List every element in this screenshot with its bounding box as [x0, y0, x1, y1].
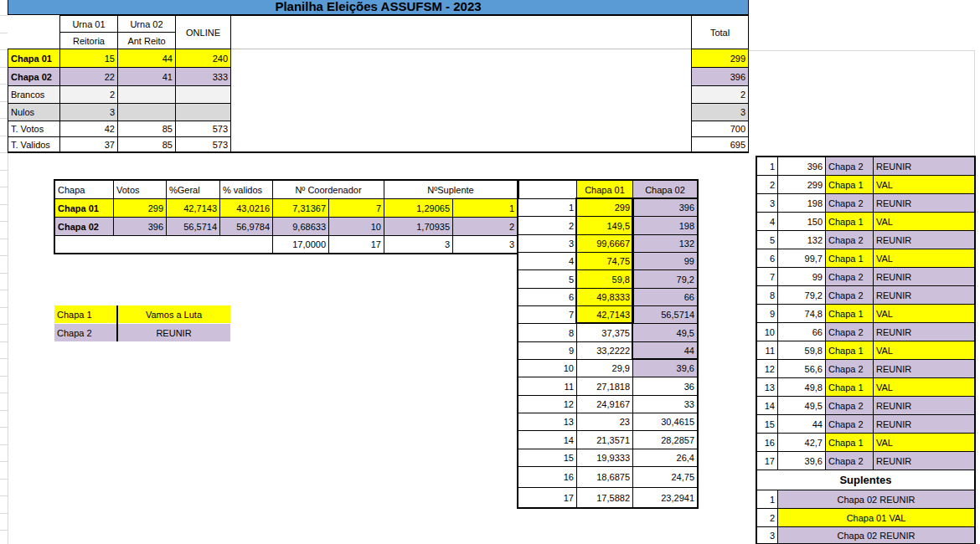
quot-rank[interactable]: 12 — [518, 395, 577, 413]
rank-name[interactable]: VAL — [873, 433, 975, 452]
quot-chapa01-value[interactable]: 19,9333 — [576, 449, 633, 467]
rank-name[interactable]: VAL — [873, 175, 975, 194]
rank-number[interactable]: 15 — [756, 414, 778, 434]
quot-chapa02-value[interactable]: 66 — [632, 288, 698, 306]
rank-value[interactable]: 150 — [777, 212, 826, 231]
rank-chapa[interactable]: Chapa 2 — [825, 322, 874, 341]
rank-chapa[interactable]: Chapa 2 — [825, 285, 874, 305]
quot-chapa02-value[interactable]: 36 — [632, 377, 698, 396]
stats-cell-supl-count[interactable]: 1 — [452, 198, 518, 218]
summary-cell-online[interactable]: 240 — [175, 49, 231, 68]
stats-cell-supl-quotient[interactable]: 1,29065 — [384, 198, 453, 218]
stats-cell-chapa[interactable]: Chapa 02 — [54, 217, 114, 236]
suplente-rank[interactable]: 1 — [756, 490, 778, 509]
quot-rank[interactable]: 16 — [518, 466, 577, 488]
rank-number[interactable]: 4 — [756, 212, 778, 231]
quot-chapa01-value[interactable]: 18,6875 — [576, 466, 633, 488]
rank-name[interactable]: REUNIR — [873, 230, 975, 249]
rank-name[interactable]: VAL — [873, 341, 975, 360]
rank-chapa[interactable]: Chapa 2 — [825, 230, 874, 249]
quot-chapa01-value[interactable]: 59,8 — [576, 269, 633, 289]
stats-header-geral[interactable]: %Geral — [166, 180, 220, 199]
rank-value[interactable]: 44 — [777, 414, 826, 434]
legend-chapa-label[interactable]: Chapa 1 — [54, 305, 117, 323]
rank-value[interactable]: 79,2 — [777, 285, 826, 305]
quot-rank[interactable]: 11 — [518, 377, 577, 396]
quot-rank[interactable]: 17 — [518, 487, 577, 509]
quot-rank[interactable]: 1 — [518, 198, 577, 217]
summary-cell-online[interactable] — [175, 85, 231, 104]
summary-cell-urna1[interactable]: 15 — [59, 49, 118, 68]
rank-number[interactable]: 8 — [756, 285, 778, 305]
stats-cell-coord-quotient[interactable]: 9,68633 — [272, 217, 329, 236]
summary-cell-online[interactable]: 333 — [175, 67, 231, 86]
rank-chapa[interactable]: Chapa 2 — [825, 267, 874, 286]
summary-cell-online[interactable] — [175, 103, 231, 121]
rank-value[interactable]: 99 — [777, 267, 826, 286]
rank-chapa[interactable]: Chapa 1 — [825, 341, 874, 360]
rank-number[interactable]: 10 — [756, 322, 778, 341]
col-header-reitoria[interactable]: Reitoria — [59, 32, 118, 49]
quot-rank[interactable]: 7 — [518, 305, 577, 324]
summary-cell-urna2[interactable]: 85 — [117, 121, 176, 137]
rank-value[interactable]: 49,5 — [777, 396, 826, 415]
summary-row-label[interactable]: T. Votos — [8, 121, 60, 137]
quot-rank[interactable]: 2 — [518, 216, 577, 235]
summary-cell-urna2[interactable] — [117, 103, 176, 121]
rank-value[interactable]: 99,7 — [777, 249, 826, 268]
rank-value[interactable]: 299 — [777, 175, 826, 194]
rank-number[interactable]: 14 — [756, 396, 778, 415]
quot-chapa02-value[interactable]: 26,4 — [632, 449, 698, 467]
legend-chapa-name[interactable]: REUNIR — [117, 324, 230, 341]
summary-row-label[interactable]: T. Validos — [8, 136, 60, 153]
quot-rank[interactable]: 3 — [518, 234, 577, 253]
summary-cell-urna2[interactable]: 44 — [117, 49, 176, 68]
title-banner[interactable]: Planilha Eleições ASSUFSM - 2023 — [8, 0, 749, 15]
quot-chapa01-value[interactable]: 21,3571 — [576, 430, 633, 449]
col-header-urna02[interactable]: Urna 02 — [117, 15, 176, 33]
rank-chapa[interactable]: Chapa 1 — [825, 433, 874, 452]
rank-value[interactable]: 56,6 — [777, 359, 826, 378]
quot-rank[interactable]: 9 — [518, 341, 577, 360]
col-header-antreito[interactable]: Ant Reito — [117, 32, 176, 49]
stats-total-supl-quotient[interactable]: 3 — [384, 235, 453, 254]
rank-chapa[interactable]: Chapa 2 — [825, 157, 874, 176]
summary-cell-urna1[interactable]: 22 — [59, 67, 118, 86]
rank-name[interactable]: VAL — [873, 377, 975, 397]
col-header-total[interactable]: Total — [691, 15, 749, 49]
stats-cell-votos[interactable]: 396 — [113, 217, 167, 236]
rank-chapa[interactable]: Chapa 2 — [825, 396, 874, 415]
stats-header-chapa[interactable]: Chapa — [54, 180, 114, 199]
summary-row-label[interactable]: Chapa 01 — [8, 49, 60, 68]
summary-cell-online[interactable]: 573 — [175, 136, 231, 153]
quot-chapa02-value[interactable]: 99 — [632, 252, 698, 270]
stats-header-suplente[interactable]: NºSuplente — [384, 180, 518, 199]
summary-cell-total[interactable]: 3 — [691, 103, 749, 121]
summary-cell-urna1[interactable]: 37 — [59, 136, 118, 153]
summary-cell-urna2[interactable] — [117, 85, 176, 104]
stats-header-validos[interactable]: % validos — [219, 180, 273, 199]
quot-chapa02-value[interactable]: 28,2857 — [632, 430, 698, 449]
stats-cell-geral[interactable]: 42,7143 — [166, 198, 220, 218]
quot-chapa01-value[interactable]: 29,9 — [576, 359, 633, 377]
rank-number[interactable]: 16 — [756, 433, 778, 452]
rank-number[interactable]: 12 — [756, 359, 778, 378]
quot-chapa01-value[interactable]: 37,375 — [576, 323, 633, 342]
quot-chapa01-value[interactable]: 23 — [576, 413, 633, 431]
quot-chapa01-value[interactable]: 299 — [576, 198, 633, 217]
quot-chapa01-value[interactable]: 74,75 — [576, 252, 633, 270]
stats-cell-coord-count[interactable]: 7 — [328, 198, 384, 218]
rank-chapa[interactable]: Chapa 1 — [825, 175, 874, 194]
rank-name[interactable]: VAL — [873, 212, 975, 231]
quot-chapa02-value[interactable]: 56,5714 — [632, 305, 698, 324]
summary-cell-total[interactable]: 695 — [691, 136, 749, 153]
rank-number[interactable]: 11 — [756, 341, 778, 360]
quot-header-chapa02[interactable]: Chapa 02 — [632, 180, 698, 199]
rank-chapa[interactable]: Chapa 2 — [825, 414, 874, 434]
rank-number[interactable]: 9 — [756, 304, 778, 323]
rank-name[interactable]: REUNIR — [873, 285, 975, 305]
suplente-rank[interactable]: 2 — [756, 508, 778, 527]
rank-value[interactable]: 39,6 — [777, 451, 826, 470]
quot-chapa02-value[interactable]: 132 — [632, 234, 698, 253]
suplente-cell[interactable]: Chapa 02 REUNIR — [777, 526, 975, 544]
